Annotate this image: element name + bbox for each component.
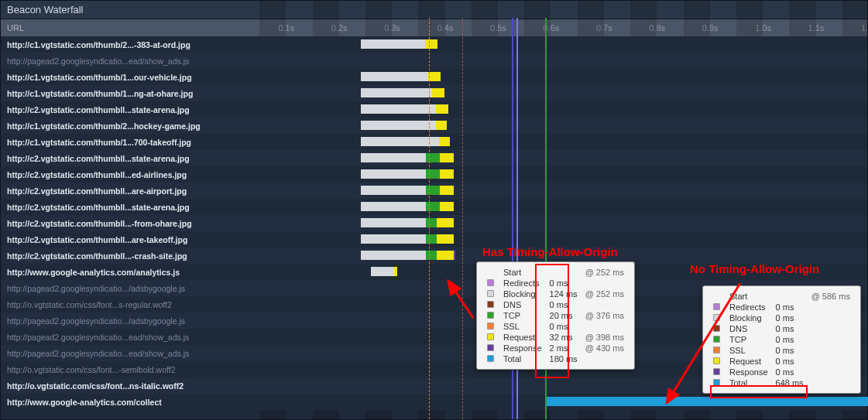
row-url[interactable]: http://c2.vgtstatic.com/thumbll...state-… xyxy=(1,154,233,163)
row-url[interactable]: http://c1.vgtstatic.com/thumb/1...our-ve… xyxy=(1,73,233,82)
waterfall-row[interactable]: http://c1.vgtstatic.com/thumb/1...our-ve… xyxy=(1,69,867,85)
marker-dashed xyxy=(429,18,430,419)
tooltip-value: 2 ms xyxy=(546,343,582,353)
waterfall-row[interactable]: http://c1.vgtstatic.com/thumb/1...ng-at-… xyxy=(1,85,867,101)
row-url[interactable]: http://www.google-analytics.com/collect xyxy=(1,398,233,407)
timing-bar[interactable] xyxy=(361,39,437,49)
row-url[interactable]: http://o.vgtstatic.com/css/font...s-regu… xyxy=(1,300,233,309)
bar-segment-blocking xyxy=(361,202,426,211)
timing-bar[interactable] xyxy=(361,153,454,162)
row-url[interactable]: http://c2.vgtstatic.com/thumbll...-crash… xyxy=(1,251,233,261)
waterfall-row[interactable]: http://c2.vgtstatic.com/thumbll...-from-… xyxy=(1,215,867,231)
row-url[interactable]: http://pagead2.googlesyndicatio.../adsby… xyxy=(1,316,233,326)
timing-bar[interactable] xyxy=(371,267,397,276)
bar-segment-blocking xyxy=(361,169,426,179)
time-tick: 1.0s xyxy=(755,19,771,36)
row-url[interactable]: http://c2.vgtstatic.com/thumbll...ed-air… xyxy=(1,170,233,179)
timing-bar[interactable] xyxy=(361,169,454,179)
bar-segment-request xyxy=(437,251,454,260)
bar-segment-tcp xyxy=(426,234,437,244)
bar-segment-blocking xyxy=(361,88,432,97)
row-url[interactable]: http://c2.vgtstatic.com/thumbll...state-… xyxy=(1,203,233,212)
waterfall-row[interactable]: http://c2.vgtstatic.com/thumbll...are-ai… xyxy=(1,183,867,199)
row-url[interactable]: http://pagead2.googlesyndicatio...ead/sh… xyxy=(1,349,233,358)
bar-segment-request xyxy=(440,186,454,195)
row-url[interactable]: http://c2.vgtstatic.com/thumbll...-from-… xyxy=(1,219,233,228)
url-column-header[interactable]: URL xyxy=(1,23,233,32)
annotation-has-tao: Has Timing-Allow-Origin xyxy=(482,245,618,258)
waterfall-row[interactable]: http://c2.vgtstatic.com/thumbll...-crash… xyxy=(1,248,867,264)
bar-segment-response xyxy=(454,251,455,260)
row-bar-area xyxy=(233,101,867,118)
row-bar-area xyxy=(233,53,867,69)
tooltip-value xyxy=(772,291,808,302)
waterfall-row[interactable]: http://c2.vgtstatic.com/thumbll...ed-air… xyxy=(1,166,867,183)
time-tick: 0.2s xyxy=(331,19,348,36)
tooltip-at: @ 252 ms xyxy=(582,289,628,299)
waterfall-row[interactable]: http://c1.vgtstatic.com/thumb/2...-383-a… xyxy=(1,36,867,53)
timing-bar[interactable] xyxy=(361,104,448,114)
tooltip-value: 180 ms xyxy=(546,353,582,364)
row-url[interactable]: http://c2.vgtstatic.com/thumbll...are-ta… xyxy=(1,235,233,244)
row-url[interactable]: http://pagead2.googlesyndicatio.../adsby… xyxy=(1,284,233,293)
row-url[interactable]: http://pagead2.googlesyndicatio...ead/sh… xyxy=(1,333,233,342)
timing-bar[interactable] xyxy=(361,121,447,130)
tooltip-at: @ 252 ms xyxy=(582,267,628,278)
row-url[interactable]: http://c1.vgtstatic.com/thumb/1...700-ta… xyxy=(1,138,233,147)
row-url[interactable]: http://c1.vgtstatic.com/thumb/1...ng-at-… xyxy=(1,89,233,98)
timing-bar[interactable] xyxy=(361,218,454,227)
bar-segment-tcp xyxy=(426,251,437,260)
time-tick: 0.1s xyxy=(278,19,294,36)
timing-bar[interactable] xyxy=(361,202,454,211)
row-url[interactable]: http://c2.vgtstatic.com/thumbll...state-… xyxy=(1,105,233,114)
row-url[interactable]: http://www.google-analytics.com/analytic… xyxy=(1,268,233,277)
row-url[interactable]: http://o.vgtstatic.com/css/font...ns-ita… xyxy=(1,381,233,391)
tooltip-value: 20 ms xyxy=(546,310,582,321)
bar-segment-tcp xyxy=(426,186,440,195)
tooltip-at xyxy=(808,345,854,356)
tooltip-label: SSL xyxy=(499,321,546,332)
tooltip-value: 0 ms xyxy=(772,356,808,367)
tooltip-at xyxy=(808,356,854,367)
row-url[interactable]: http://c2.vgtstatic.com/thumbll...are-ai… xyxy=(1,186,233,196)
bar-segment-request xyxy=(439,137,450,146)
tooltip-value: 0 ms xyxy=(772,312,808,323)
timing-bar[interactable] xyxy=(361,234,454,244)
row-bar-area xyxy=(233,118,867,134)
waterfall-row[interactable]: http://c1.vgtstatic.com/thumb/1...700-ta… xyxy=(1,134,867,150)
tooltip-value: 0 ms xyxy=(546,278,582,289)
beacon-waterfall-panel: Beacon Waterfall URL 0.1s0.2s0.3s0.4s0.5… xyxy=(0,0,868,420)
waterfall-row[interactable]: http://pagead2.googlesyndicatio...ead/sh… xyxy=(1,53,867,69)
timing-bar[interactable] xyxy=(361,251,455,260)
bar-segment-blocking xyxy=(361,137,439,146)
timing-bar[interactable] xyxy=(361,186,454,195)
row-url[interactable]: http://o.vgtstatic.com/css/font...-semib… xyxy=(1,365,233,374)
bar-segment-request xyxy=(437,234,454,244)
time-tick: 0.3s xyxy=(384,19,400,36)
time-tick: 0.7s xyxy=(596,19,612,36)
tooltip-at xyxy=(808,377,854,388)
waterfall-row[interactable]: http://c1.vgtstatic.com/thumb/2...hockey… xyxy=(1,118,867,134)
tooltip-value: 0 ms xyxy=(772,323,808,334)
timing-bar[interactable] xyxy=(361,137,450,146)
waterfall-row[interactable]: http://c2.vgtstatic.com/thumbll...state-… xyxy=(1,199,867,215)
row-url[interactable]: http://pagead2.googlesyndicatio...ead/sh… xyxy=(1,56,233,66)
tooltip-at: @ 376 ms xyxy=(582,310,628,321)
waterfall-row[interactable]: http://c2.vgtstatic.com/thumbll...state-… xyxy=(1,150,867,166)
time-tick: 0.5s xyxy=(490,19,506,36)
row-bar-area xyxy=(233,134,867,150)
tooltip-at xyxy=(582,299,628,310)
tooltip-value: 0 ms xyxy=(772,345,808,356)
timing-bar[interactable] xyxy=(361,88,444,97)
time-axis: 0.1s0.2s0.3s0.4s0.5s0.6s0.7s0.8s0.9s1.0s… xyxy=(233,19,867,36)
bar-segment-request xyxy=(440,202,454,211)
waterfall-row[interactable]: http://c2.vgtstatic.com/thumbll...state-… xyxy=(1,101,867,118)
row-url[interactable]: http://c1.vgtstatic.com/thumb/2...hockey… xyxy=(1,121,233,131)
bar-segment-tcp xyxy=(426,202,440,211)
svg-line-1 xyxy=(667,283,740,403)
bar-segment-blocking xyxy=(361,186,426,195)
time-tick: 0.9s xyxy=(702,19,719,36)
row-url[interactable]: http://c1.vgtstatic.com/thumb/2...-383-a… xyxy=(1,40,233,50)
waterfall-row[interactable]: http://c2.vgtstatic.com/thumbll...are-ta… xyxy=(1,231,867,248)
bar-segment-blocking xyxy=(361,121,436,130)
